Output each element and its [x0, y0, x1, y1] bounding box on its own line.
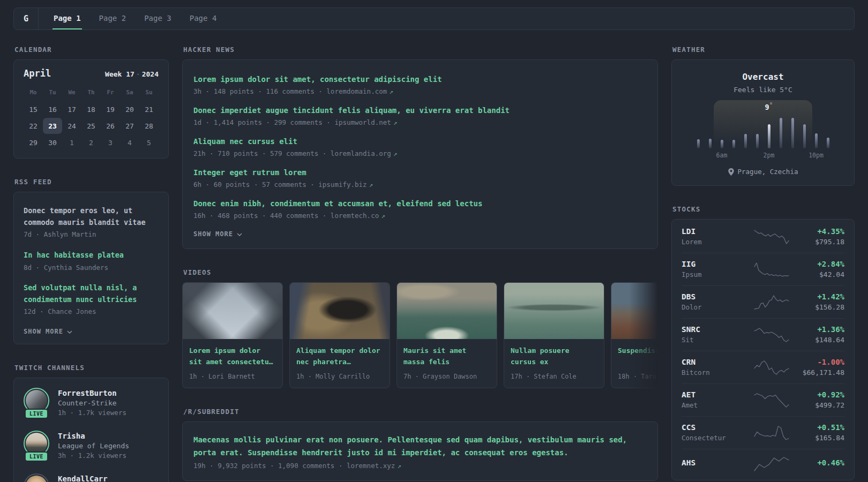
stock-values: +1.42% $156.28: [798, 292, 844, 311]
video-title[interactable]: Nullam posuere cursus ex: [511, 345, 597, 368]
stock-change: +2.84%: [798, 260, 844, 268]
video-title[interactable]: Aliquam tempor dolor nec pharetra…: [296, 345, 383, 368]
twitch-card: LIVE ForrestBurton Counter-Strike 1h · 1…: [13, 378, 169, 482]
videos-carousel[interactable]: Lorem ipsum dolor sit amet consectetu… 1…: [182, 282, 658, 388]
rss-item-title[interactable]: Sed volutpat nulla nisl, a condimentum n…: [24, 282, 159, 305]
rss-show-more-button[interactable]: SHOW MORE: [24, 328, 159, 335]
rss-item-title[interactable]: In hac habitasse platea: [24, 250, 159, 261]
weekday-label: We: [62, 86, 81, 101]
hn-item-meta[interactable]: 16h · 468 points · 440 comments · loremt…: [193, 212, 647, 220]
hn-item-meta[interactable]: 1d · 1,414 points · 299 comments · ipsum…: [193, 118, 647, 126]
calendar-widget: CALENDAR April Week 17·2024 Mo Tu We Th …: [13, 46, 169, 159]
video-card[interactable]: Nullam posuere cursus ex 17h · Stefan Co…: [504, 282, 604, 388]
stock-name: Dolor: [682, 303, 752, 311]
video-card[interactable]: Aliquam tempor dolor nec pharetra… 1h · …: [289, 282, 390, 388]
video-thumbnail-hands-camera[interactable]: [289, 282, 390, 339]
twitch-channel-info: ForrestBurton Counter-Strike 1h · 1.7k v…: [58, 388, 126, 418]
calendar-day: 25: [81, 118, 101, 134]
post-meta-text: 19h · 9,932 points · 1,090 comments · lo…: [193, 462, 395, 470]
hn-item-title[interactable]: Integer eget rutrum lorem: [193, 167, 647, 178]
post-title[interactable]: Maecenas mollis pulvinar erat non posuer…: [193, 434, 647, 460]
video-info: Lorem ipsum dolor sit amet consectetu… 1…: [182, 339, 283, 388]
channel-name[interactable]: KendallCarr: [58, 475, 108, 482]
video-card[interactable]: Lorem ipsum dolor sit amet consectetu… 1…: [182, 282, 283, 388]
dashboard-page: G Page 1 Page 2 Page 3 Page 4 CALENDAR A…: [0, 0, 868, 482]
video-title[interactable]: Mauris sit amet massa felis: [403, 345, 490, 368]
weather-location-row[interactable]: Prague, Czechia: [683, 168, 843, 176]
hn-item-meta[interactable]: 21h · 710 points · 579 comments · loreml…: [193, 149, 647, 157]
avatar: [26, 433, 47, 454]
video-title[interactable]: Lorem ipsum dolor sit amet consectetu…: [189, 345, 276, 368]
weather-axis-label: 2pm: [764, 152, 775, 159]
channel-name[interactable]: ForrestBurton: [58, 389, 126, 397]
tab-page-3[interactable]: Page 3: [143, 8, 173, 29]
subreddit-section-title: /R/SUBREDDIT: [183, 408, 657, 416]
weather-chart: 9°: [692, 115, 834, 148]
video-thumbnail-boat-wake[interactable]: [396, 282, 497, 339]
hn-item-title[interactable]: Lorem ipsum dolor sit amet, consectetur …: [193, 74, 647, 85]
app-logo[interactable]: G: [14, 8, 39, 29]
stock-row: LDI Lorem +4.35% $795.18: [682, 221, 844, 253]
video-meta: 7h · Grayson Dawson: [403, 373, 490, 380]
calendar-day: 17: [62, 101, 81, 117]
hn-item-title[interactable]: Donec enim nibh, condimentum et accumsan…: [193, 198, 647, 209]
twitch-channel-row[interactable]: LIVE ForrestBurton Counter-Strike 1h · 1…: [24, 388, 159, 418]
channel-meta: 1h · 1.7k viewers: [58, 409, 126, 417]
hn-show-more-button[interactable]: SHOW MORE: [193, 230, 647, 238]
calendar-day: 18: [81, 101, 101, 117]
twitch-channel-row[interactable]: LIVE Trisha League of Legends 3h · 1.2k …: [24, 431, 159, 461]
hn-item-meta[interactable]: 6h · 60 points · 57 comments · ipsumify.…: [193, 180, 647, 189]
channel-game: League of Legends: [58, 442, 129, 450]
weather-widget: WEATHER Overcast Feels like 5°C 9° 6am2p…: [671, 46, 855, 186]
channel-name[interactable]: Trisha: [58, 432, 129, 440]
tab-page-4[interactable]: Page 4: [189, 8, 218, 29]
hn-item-title[interactable]: Aliquam nec cursus elit: [193, 136, 647, 147]
twitch-avatar-wrap: LIVE: [24, 431, 49, 461]
tab-page-2[interactable]: Page 2: [98, 8, 128, 29]
rss-card: Donec tempor eros leo, ut commodo mauris…: [13, 192, 169, 344]
twitch-channel-info: KendallCarr: [58, 473, 108, 482]
hacker-news-widget: HACKER NEWS Lorem ipsum dolor sit amet, …: [182, 46, 658, 249]
external-link-icon: ↗: [397, 462, 401, 470]
hn-item-meta[interactable]: 3h · 148 points · 116 comments · loremdo…: [193, 87, 647, 95]
calendar-day: 30: [43, 134, 62, 150]
hn-item-title[interactable]: Donec imperdiet augue tincidunt felis al…: [193, 105, 647, 116]
weather-bar-slot: [763, 115, 775, 148]
calendar-year: 2024: [142, 70, 159, 78]
post-meta[interactable]: 19h · 9,932 points · 1,090 comments · lo…: [193, 462, 647, 470]
stocks-widget: STOCKS LDI Lorem +4.35% $795.18: [671, 205, 855, 480]
weather-axis-label: 6am: [716, 152, 728, 159]
videos-widget: VIDEOS Lorem ipsum dolor sit amet consec…: [182, 268, 658, 388]
video-thumbnail-concrete-towers-sky[interactable]: [182, 282, 283, 339]
calendar-day-next-month: 5: [139, 134, 159, 150]
video-thumbnail-canoe-lake[interactable]: [504, 282, 604, 339]
twitch-channel-row[interactable]: KendallCarr: [24, 473, 159, 482]
stock-price: $42.04: [798, 270, 844, 278]
weather-bar-slot: [704, 115, 716, 148]
stock-price: $795.18: [798, 238, 844, 246]
video-thumbnail-misty-field[interactable]: [611, 282, 658, 339]
hn-meta-text: 6h · 60 points · 57 comments · ipsumify.…: [193, 180, 367, 189]
stock-ticker: IIG: [682, 260, 752, 268]
channel-game: Counter-Strike: [58, 399, 126, 407]
video-card[interactable]: Suspendisse diam 18h · Tara: [611, 282, 658, 388]
stock-row: CRN Bitcorn -1.00% $66,171.48: [682, 351, 844, 383]
rss-item-title[interactable]: Donec tempor eros leo, ut commodo mauris…: [24, 205, 159, 228]
video-card[interactable]: Mauris sit amet massa felis 7h · Grayson…: [396, 282, 497, 388]
stock-row: CCS Consectetur +0.51% $165.84: [682, 416, 844, 449]
stock-ticker: CRN: [682, 358, 752, 366]
calendar-day: 16: [43, 101, 62, 117]
stock-price: $165.84: [798, 434, 844, 442]
video-meta: 17h · Stefan Cole: [511, 373, 597, 380]
video-meta: 1h · Molly Carrillo: [296, 373, 383, 380]
stock-row: IIG Ipsum +2.84% $42.04: [682, 253, 844, 285]
weather-bar-slot: [751, 115, 763, 148]
hn-item: Donec enim nibh, condimentum et accumsan…: [193, 198, 647, 220]
stock-values: +2.84% $42.04: [798, 260, 844, 278]
tab-page-1[interactable]: Page 1: [53, 8, 82, 29]
video-meta: 1h · Lori Barnett: [189, 373, 276, 380]
avatar-ring-offline: [24, 473, 49, 482]
calendar-day: 19: [101, 101, 120, 117]
stock-ticker: AHS: [682, 458, 752, 467]
video-title[interactable]: Suspendisse diam: [618, 345, 658, 368]
